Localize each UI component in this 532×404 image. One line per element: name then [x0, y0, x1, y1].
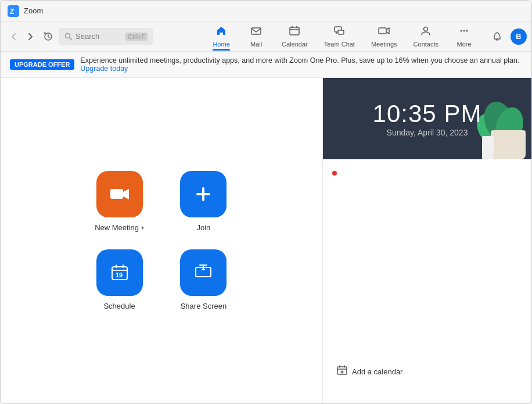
- svg-point-10: [461, 30, 462, 32]
- schedule-action[interactable]: 19 Schedule: [95, 249, 144, 310]
- toolbar-right: B: [488, 28, 527, 45]
- nav-meetings[interactable]: Meetings: [363, 23, 405, 51]
- schedule-label: Schedule: [103, 302, 135, 310]
- actions-grid: New Meeting ▾ Join: [95, 171, 228, 310]
- svg-point-11: [463, 30, 465, 32]
- nav-more-label: More: [456, 41, 471, 48]
- meetings-icon: [378, 25, 390, 40]
- app-window: Z Zoom: [0, 0, 532, 404]
- nav-mail[interactable]: Mail: [239, 23, 274, 51]
- plant-pot: [491, 130, 526, 159]
- join-button[interactable]: [180, 171, 227, 217]
- new-meeting-label-row: New Meeting ▾: [95, 223, 144, 232]
- search-icon: [64, 33, 72, 40]
- upgrade-link[interactable]: Upgrade today: [80, 65, 128, 73]
- left-panel: New Meeting ▾ Join: [1, 78, 322, 403]
- share-screen-action[interactable]: Share Screen: [179, 249, 228, 310]
- clock-card: 10:35 PM Sunday, April 30, 2023: [323, 78, 531, 159]
- mail-icon: [250, 25, 262, 40]
- app-title: Zoom: [24, 6, 43, 15]
- nav-controls: [5, 28, 56, 45]
- svg-rect-4: [251, 28, 261, 34]
- toolbar: Ctrl+F Home: [1, 22, 531, 52]
- notifications-button[interactable]: [488, 28, 506, 45]
- new-meeting-button[interactable]: [96, 171, 143, 217]
- nav-meetings-label: Meetings: [371, 41, 397, 48]
- nav-contacts-label: Contacts: [414, 41, 438, 48]
- new-meeting-chevron: ▾: [141, 224, 144, 231]
- add-calendar-icon: [337, 365, 347, 378]
- titlebar: Z Zoom: [1, 1, 531, 22]
- search-input[interactable]: [76, 32, 122, 41]
- more-icon: [458, 25, 470, 40]
- schedule-button[interactable]: 19: [96, 249, 143, 296]
- home-icon: [215, 25, 227, 40]
- new-meeting-action[interactable]: New Meeting ▾: [95, 171, 144, 232]
- new-meeting-label: New Meeting: [95, 223, 139, 232]
- svg-point-3: [66, 34, 70, 38]
- search-shortcut: Ctrl+F: [125, 33, 148, 41]
- main-content: New Meeting ▾ Join: [1, 78, 531, 403]
- svg-point-12: [466, 30, 468, 32]
- plant-book: [482, 136, 494, 159]
- join-action[interactable]: Join: [179, 171, 228, 232]
- banner-text: Experience unlimited meetings, productiv…: [80, 56, 522, 73]
- nav-home-label: Home: [213, 41, 229, 48]
- svg-rect-8: [379, 28, 386, 34]
- add-calendar-label: Add a calendar: [352, 367, 402, 376]
- nav-more[interactable]: More: [447, 23, 481, 51]
- svg-rect-5: [290, 27, 299, 35]
- user-avatar[interactable]: B: [511, 28, 527, 45]
- svg-point-9: [424, 27, 428, 31]
- upgrade-banner: UPGRADE OFFER Experience unlimited meeti…: [1, 52, 531, 78]
- svg-rect-7: [338, 30, 344, 34]
- contacts-icon: [420, 25, 432, 40]
- calendar-section: Add a calendar: [323, 159, 531, 403]
- history-button[interactable]: [40, 28, 56, 45]
- nav-team-chat-label: Team Chat: [324, 41, 355, 48]
- nav-calendar[interactable]: Calendar: [274, 23, 316, 51]
- svg-text:19: 19: [116, 271, 123, 278]
- right-panel: 10:35 PM Sunday, April 30, 2023 Ad: [322, 78, 531, 403]
- nav-team-chat[interactable]: Team Chat: [316, 23, 363, 51]
- clock-time: 10:35 PM: [373, 100, 482, 128]
- nav-home[interactable]: Home: [204, 23, 239, 51]
- calendar-icon: [289, 25, 300, 40]
- calendar-dot: [332, 171, 337, 176]
- share-screen-label: Share Screen: [181, 302, 227, 310]
- nav-contacts[interactable]: Contacts: [405, 23, 447, 51]
- nav-calendar-label: Calendar: [282, 41, 308, 48]
- upgrade-badge: UPGRADE OFFER: [10, 59, 74, 70]
- zoom-logo: Z: [8, 5, 19, 17]
- forward-button[interactable]: [23, 28, 39, 45]
- nav-mail-label: Mail: [250, 41, 262, 48]
- team-chat-icon: [333, 25, 345, 40]
- svg-text:Z: Z: [10, 8, 14, 16]
- search-bar[interactable]: Ctrl+F: [59, 28, 153, 45]
- add-calendar-button[interactable]: Add a calendar: [332, 360, 522, 382]
- share-screen-button[interactable]: [180, 249, 227, 296]
- svg-rect-13: [110, 189, 123, 199]
- clock-date: Sunday, April 30, 2023: [387, 128, 468, 137]
- join-label: Join: [197, 223, 211, 232]
- back-button[interactable]: [5, 28, 21, 45]
- main-nav: Home Mail: [204, 23, 481, 51]
